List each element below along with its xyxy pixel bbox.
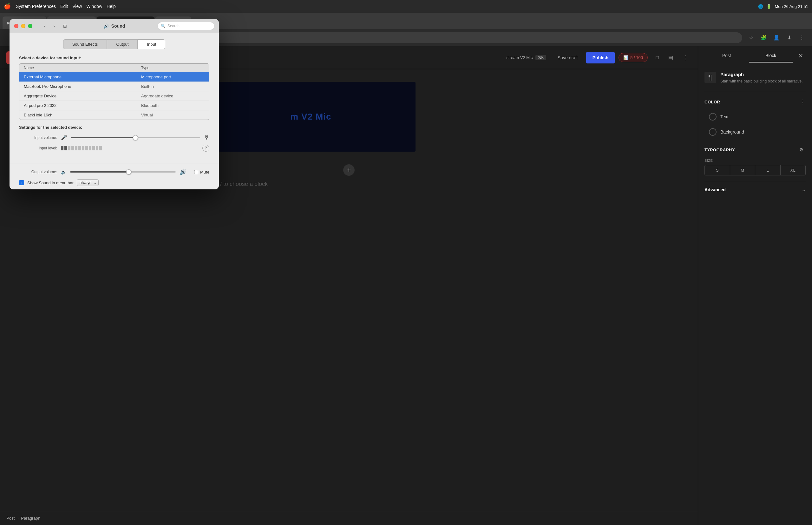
size-xl-button[interactable]: XL (781, 165, 806, 175)
add-block-button[interactable]: + (343, 164, 355, 176)
device-name-airpod: Airpod pro 2 2022 (24, 103, 141, 108)
device-row-airpod[interactable]: Airpod pro 2 2022 Bluetooth (19, 101, 209, 110)
close-traffic-light[interactable] (14, 24, 18, 28)
color-more-button[interactable]: ⋮ (800, 98, 806, 105)
input-volume-row: Input volume: 🎤 🎙 (19, 134, 209, 141)
background-color-label: Background (720, 130, 744, 135)
menubar-battery-icon: 🔋 (766, 4, 771, 9)
dialog-back-button[interactable]: ‹ (41, 22, 49, 30)
menu-icon[interactable]: ⋮ (797, 33, 807, 43)
show-sound-row: ✓ Show Sound in menu bar always (19, 179, 209, 186)
size-m-button[interactable]: M (730, 165, 755, 175)
output-volume-slider[interactable] (70, 171, 176, 172)
input-level-bars (61, 146, 102, 150)
column-view-icon[interactable]: ▤ (665, 52, 676, 63)
menubar-system-prefs[interactable]: System Preferences (16, 4, 56, 9)
input-volume-slider[interactable] (71, 137, 200, 138)
dialog-grid-button[interactable]: ⊞ (61, 22, 69, 30)
dialog-forward-button[interactable]: › (50, 22, 58, 30)
seo-score-badge[interactable]: 📊 5 / 100 (618, 53, 648, 62)
advanced-section[interactable]: Advanced ⌄ (705, 182, 806, 197)
header-name: Name (24, 66, 141, 70)
tab-output[interactable]: Output (107, 39, 138, 49)
sidebar-close-button[interactable]: ✕ (796, 51, 806, 61)
dialog-titlebar: ‹ › ⊞ 🔊 Sound 🔍 Search (10, 19, 219, 33)
breadcrumb-paragraph[interactable]: Paragraph (21, 516, 40, 521)
video-text: m V2 Mic (290, 112, 331, 122)
level-bar-10 (92, 146, 95, 150)
background-color-option[interactable]: Background (705, 125, 806, 139)
select-device-label: Select a device for sound input: (19, 56, 209, 60)
size-s-button[interactable]: S (705, 165, 730, 175)
mute-checkbox[interactable] (194, 170, 198, 174)
device-type-external-mic: Microphone port (141, 75, 205, 79)
menubar-view[interactable]: View (72, 4, 82, 9)
device-name-macbook-mic: MacBook Pro Microphone (24, 84, 141, 89)
mic-low-icon: 🎤 (61, 135, 67, 140)
device-type-aggregate: Aggregate device (141, 94, 205, 98)
device-row-macbook-mic[interactable]: MacBook Pro Microphone Built-in (19, 82, 209, 91)
menubar-right: 🌐 🔋 Mon 26 Aug 21:51 (758, 4, 808, 9)
dialog-body: Sound Effects Output Input Select a devi… (10, 33, 219, 163)
size-label: SIZE (705, 159, 806, 162)
tab-post[interactable]: Post (705, 49, 749, 62)
output-volume-label: Output volume: (19, 170, 57, 174)
settings-label: Settings for the selected device: (19, 125, 209, 130)
score-value: 5 / 100 (630, 55, 643, 60)
level-bar-4 (71, 146, 74, 150)
level-bar-9 (89, 146, 91, 150)
advanced-label: Advanced (705, 187, 726, 192)
search-placeholder: Search (167, 24, 180, 28)
block-area: m V2 Mic + Type / to choose a block (206, 82, 492, 188)
tab-block[interactable]: Block (749, 49, 793, 62)
show-sound-checkbox[interactable]: ✓ (19, 180, 24, 185)
view-icons: □ ▤ (651, 52, 676, 63)
user-icon[interactable]: 👤 (771, 33, 782, 43)
device-name-blackhole: BlackHole 16ch (24, 112, 141, 117)
color-section: Color ⋮ Text Background (705, 98, 806, 139)
block-info: ¶ Paragraph Start with the basic buildin… (705, 72, 806, 92)
menubar-wifi-icon: 🌐 (758, 4, 763, 9)
menubar-items: System Preferences Edit View Window Help (16, 4, 116, 9)
download-icon[interactable]: ⬇ (784, 33, 794, 43)
level-bar-8 (85, 146, 88, 150)
level-bar-6 (78, 146, 81, 150)
menubar-clock: Mon 26 Aug 21:51 (775, 4, 808, 9)
type-hint: Type / to choose a block (206, 181, 492, 188)
device-row-blackhole[interactable]: BlackHole 16ch Virtual (19, 110, 209, 120)
publish-button[interactable]: Publish (586, 52, 615, 63)
always-select[interactable]: always (77, 179, 99, 186)
maximize-traffic-light[interactable] (28, 24, 32, 28)
always-select-wrap: always (77, 179, 99, 186)
minimize-traffic-light[interactable] (21, 24, 25, 28)
color-section-title: Color (705, 100, 720, 104)
device-table-header: Name Type (19, 64, 209, 72)
menubar-edit[interactable]: Edit (60, 4, 68, 9)
sidebar-content: ¶ Paragraph Start with the basic buildin… (698, 65, 812, 525)
dialog-search[interactable]: 🔍 Search (157, 22, 214, 30)
tab-sound-effects[interactable]: Sound Effects (63, 39, 107, 49)
device-row-aggregate[interactable]: Aggregate Device Aggregate device (19, 91, 209, 101)
breadcrumb-post[interactable]: Post (6, 516, 15, 521)
more-options-button[interactable]: ⋮ (680, 52, 691, 63)
menubar-window[interactable]: Window (86, 4, 102, 9)
bookmark-icon[interactable]: ☆ (746, 33, 756, 43)
dialog-nav: ‹ › (41, 22, 58, 30)
advanced-chevron-icon: ⌄ (801, 186, 806, 193)
keyboard-shortcut: ⌘K (536, 55, 546, 60)
device-row-external-mic[interactable]: External Microphone Microphone port (19, 72, 209, 82)
help-button[interactable]: ? (202, 145, 209, 152)
preview-icon[interactable]: □ (651, 52, 663, 63)
menubar-help[interactable]: Help (107, 4, 116, 9)
sound-dialog[interactable]: ‹ › ⊞ 🔊 Sound 🔍 Search Sound Effects Out… (10, 19, 219, 190)
typography-filter-button[interactable]: ⚙ (797, 145, 806, 154)
extensions-icon[interactable]: 🧩 (759, 33, 769, 43)
block-description: Start with the basic building block of a… (720, 78, 802, 84)
save-draft-button[interactable]: Save draft (553, 52, 582, 63)
input-level-row: Input level: ? (19, 145, 209, 152)
text-color-option[interactable]: Text (705, 110, 806, 124)
paragraph-icon: ¶ (705, 72, 716, 83)
apple-menu[interactable]: 🍎 (4, 3, 11, 10)
size-l-button[interactable]: L (755, 165, 781, 175)
tab-input[interactable]: Input (138, 39, 165, 49)
